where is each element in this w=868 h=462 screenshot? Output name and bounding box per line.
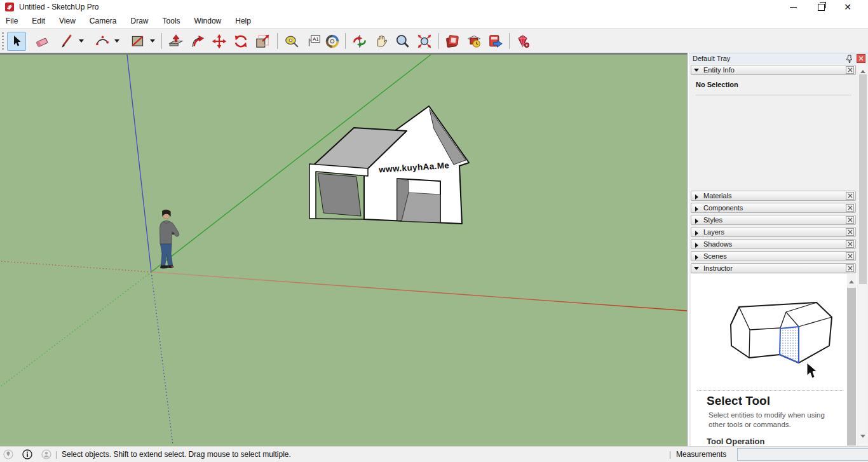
section-header-components[interactable]: Components <box>691 203 856 213</box>
rotate-tool-button[interactable] <box>231 32 250 51</box>
close-icon <box>848 266 853 271</box>
scroll-down-icon[interactable] <box>860 435 865 440</box>
menu-window[interactable]: Window <box>187 14 229 28</box>
sign-in-user-icon[interactable] <box>41 449 51 459</box>
close-icon <box>848 193 853 198</box>
zoom-extents-tool-button[interactable] <box>415 32 434 51</box>
scroll-up-icon[interactable] <box>860 67 865 73</box>
arc-tool-dropdown[interactable] <box>114 39 119 45</box>
house-model[interactable]: www.kuyhAa.Me <box>309 106 469 224</box>
chevron-right-icon <box>695 207 701 212</box>
section-close-button[interactable] <box>846 240 854 248</box>
restore-icon <box>818 4 825 11</box>
door-opening <box>397 179 440 222</box>
export-button[interactable] <box>486 32 505 51</box>
section-header-materials[interactable]: Materials <box>691 191 856 201</box>
toolbar-separator <box>161 33 162 49</box>
instructor-subheading: Tool Operation <box>707 437 764 446</box>
pin-icon[interactable] <box>846 55 853 63</box>
section-header-entity-info[interactable]: Entity Info <box>691 65 856 75</box>
section-close-button[interactable] <box>846 228 854 236</box>
restore-button[interactable] <box>810 0 832 14</box>
menu-file[interactable]: File <box>0 14 25 28</box>
rectangle-icon <box>130 33 146 50</box>
scrollbar-thumb[interactable] <box>859 74 867 284</box>
zoom-tool-button[interactable] <box>393 32 412 51</box>
viewport-3d[interactable]: www.kuyhAa.Me <box>0 53 688 446</box>
rotate-icon <box>233 33 249 50</box>
chevron-down-icon <box>694 69 699 74</box>
sketchup-window: Untitled - SketchUp Pro ✕ File Edit View… <box>0 0 868 462</box>
close-icon <box>848 229 853 234</box>
toolbar-drag-handle[interactable] <box>2 32 4 50</box>
line-tool-dropdown[interactable] <box>79 39 84 45</box>
arc-icon <box>94 33 111 50</box>
section-header-scenes[interactable]: Scenes <box>691 251 856 261</box>
close-icon <box>858 56 864 61</box>
credit-info-icon[interactable] <box>22 449 32 459</box>
instructor-scrollbar[interactable] <box>847 274 856 447</box>
close-icon: ✕ <box>844 3 851 11</box>
scroll-up-icon[interactable] <box>849 278 854 283</box>
section-header-shadows[interactable]: Shadows <box>691 239 856 249</box>
follow-me-tool-button[interactable] <box>188 32 207 51</box>
menu-edit[interactable]: Edit <box>25 14 52 28</box>
tray-close-button[interactable] <box>857 54 865 63</box>
menu-draw[interactable]: Draw <box>124 14 156 28</box>
pan-tool-button[interactable] <box>372 32 391 51</box>
extension-store-button[interactable] <box>513 32 532 51</box>
export-arrow-icon <box>487 33 504 50</box>
scale-tool-button[interactable] <box>253 32 272 51</box>
section-close-button[interactable] <box>846 252 854 260</box>
section-close-button[interactable] <box>846 66 854 74</box>
zoom-extents-icon <box>416 33 433 50</box>
eraser-tool-button[interactable] <box>33 32 52 51</box>
text-tool-button[interactable]: A1 <box>304 32 323 51</box>
rectangle-tool-dropdown[interactable] <box>150 39 155 45</box>
tape-measure-tool-button[interactable] <box>282 32 301 51</box>
section-header-layers[interactable]: Layers <box>691 227 856 237</box>
section-close-button[interactable] <box>846 204 854 212</box>
menu-tools[interactable]: Tools <box>156 14 187 28</box>
3d-warehouse-button[interactable] <box>465 32 484 51</box>
line-tool-button[interactable] <box>57 32 76 51</box>
measurements-input[interactable] <box>737 448 868 461</box>
follow-me-icon <box>189 33 206 50</box>
orbit-icon <box>351 33 368 50</box>
section-close-button[interactable] <box>846 216 854 224</box>
menu-help[interactable]: Help <box>228 14 258 28</box>
scrollbar-thumb[interactable] <box>847 288 856 445</box>
section-header-instructor[interactable]: Instructor <box>691 263 856 273</box>
arc-tool-button[interactable] <box>93 32 112 51</box>
section-close-button[interactable] <box>846 264 854 272</box>
chevron-right-icon <box>695 231 701 236</box>
axis-green-dotted <box>0 272 151 387</box>
text-label-icon: A1 <box>305 33 322 50</box>
toolbar: A1 <box>0 28 868 53</box>
menu-camera[interactable]: Camera <box>83 14 124 28</box>
pencil-icon <box>58 33 75 50</box>
push-pull-tool-button[interactable] <box>166 32 186 51</box>
tray-scrollbar[interactable] <box>858 64 867 445</box>
send-to-layout-button[interactable] <box>443 32 462 51</box>
person-figure[interactable] <box>159 210 179 269</box>
section-header-styles[interactable]: Styles <box>691 215 856 225</box>
select-arrow-icon <box>9 34 24 49</box>
chevron-right-icon <box>695 243 701 248</box>
orbit-tool-button[interactable] <box>350 32 369 51</box>
axis-red-dotted <box>0 261 151 272</box>
eraser-icon <box>34 33 51 50</box>
minimize-icon <box>790 7 797 8</box>
window-title: Untitled - SketchUp Pro <box>19 3 98 11</box>
menu-view[interactable]: View <box>52 14 83 28</box>
section-close-button[interactable] <box>846 192 854 200</box>
minimize-button[interactable] <box>782 0 804 14</box>
rectangle-tool-button[interactable] <box>128 32 147 51</box>
pan-hand-icon <box>373 33 390 50</box>
close-button[interactable]: ✕ <box>837 0 858 14</box>
move-tool-button[interactable] <box>210 32 229 51</box>
warehouse-clock-icon <box>466 33 482 50</box>
paint-bucket-tool-button[interactable] <box>323 32 342 51</box>
select-tool-button[interactable] <box>7 32 26 51</box>
geolocation-icon[interactable] <box>3 449 13 459</box>
